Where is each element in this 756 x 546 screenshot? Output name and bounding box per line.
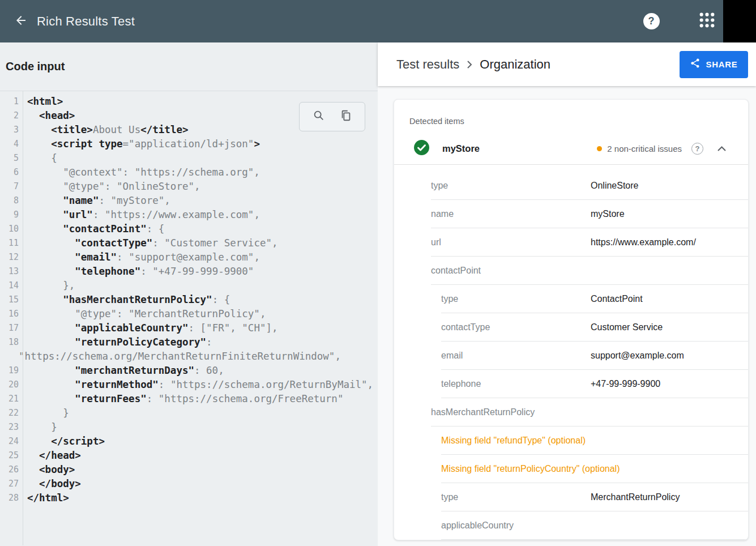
property-value: support@example.com [591,351,684,361]
share-button-label: SHARE [706,59,737,69]
code-line: 7 "@type": "OnlineStore", [0,180,378,194]
help-icon: ? [643,13,660,29]
warning-dot-icon [597,146,602,151]
line-number: 16 [0,307,23,321]
arrow-back-icon [14,14,28,29]
code-text: "contactType": "Customer Service", [23,236,278,250]
line-number: 2 [0,109,23,123]
code-text: <body> [23,463,75,477]
code-line: 16 "@type": "MerchantReturnPolicy", [0,307,378,321]
property-table: typeOnlineStorenamemyStoreurlhttps://www… [394,165,748,540]
line-number: 22 [0,406,23,420]
line-number: 8 [0,194,23,208]
code-text: </script> [23,434,105,449]
copy-icon [340,109,352,124]
code-input-header: Code input [0,42,378,91]
line-number: 18 [0,335,23,349]
property-value: OnlineStore [591,181,639,191]
line-number: 23 [0,420,23,434]
property-label: telephone [441,379,591,389]
code-line: 15 "hasMerchantReturnPolicy": { [0,293,378,307]
line-number: 28 [0,491,23,505]
property-value: Customer Service [591,322,663,332]
code-text: }, [23,279,75,293]
property-row: typeOnlineStore [431,172,748,200]
chevron-right-icon [467,59,472,70]
code-text: "applicableCountry": ["FR", "CH"], [23,321,278,335]
line-number: 15 [0,293,23,307]
share-button[interactable]: SHARE [680,51,748,78]
line-number: 17 [0,321,23,335]
detected-items-label: Detected items [409,117,748,126]
property-row: urlhttps://www.example.com/ [431,228,748,257]
property-row: namemyStore [431,200,748,228]
code-text: "email": "support@example.com", [23,250,260,265]
property-value: myStore [591,209,625,219]
back-button[interactable] [7,8,35,35]
app-title: Rich Results Test [37,14,135,29]
code-text: "https://schema.org/MerchantReturnFinite… [14,349,341,364]
line-number: 3 [0,123,23,137]
property-label: contactType [441,322,591,332]
copy-button[interactable] [339,110,353,123]
line-number: 5 [0,151,23,165]
line-number: 12 [0,250,23,265]
code-line: 11 "contactType": "Customer Service", [0,236,378,250]
item-name: myStore [442,143,480,154]
help-outline-icon[interactable]: ? [691,143,703,155]
line-number: 7 [0,180,23,194]
code-line: 5 { [0,151,378,165]
line-number: 6 [0,165,23,180]
property-value: https://www.example.com/ [591,237,696,248]
top-app-bar: Rich Results Test ? [0,0,756,42]
warning-row[interactable]: Missing field "refundType" (optional) [441,426,748,455]
code-line: 8 "name": "myStore", [0,194,378,208]
line-number: 13 [0,265,23,279]
property-label: name [431,209,591,219]
collapse-button[interactable] [715,142,728,155]
code-line: 18 "returnPolicyCategory": [0,335,378,349]
search-icon [313,109,325,124]
code-input-panel: Code input 1<html>2 <head>3 <title>About… [0,42,378,546]
detected-item-row[interactable]: myStore 2 non-critical issues ? [394,133,748,165]
code-line: 21 "returnFees": "https://schema.org/Fre… [0,392,378,406]
breadcrumb-test-results[interactable]: Test results [396,57,459,72]
code-line: 23 } [0,420,378,434]
code-text: <title>About Us</title> [23,123,189,137]
code-text: "@context": "https://schema.org", [23,165,260,180]
code-text: "returnFees": "https://schema.org/FreeRe… [23,392,343,406]
detected-items-card: Detected items myStore 2 non-critical is… [394,99,749,540]
warning-row[interactable]: Missing field "returnPolicyCountry" (opt… [441,455,748,483]
editor-toolbar [299,102,365,131]
line-number: 14 [0,279,23,293]
help-button[interactable]: ? [638,8,665,35]
line-number: 11 [0,236,23,250]
warning-text: Missing field "refundType" (optional) [441,436,586,446]
property-label: hasMerchantReturnPolicy [431,407,591,417]
breadcrumb-organization: Organization [480,57,550,72]
property-label: email [441,351,591,361]
property-label: url [431,237,591,248]
line-number: 21 [0,392,23,406]
property-row: typeContactPoint [441,285,748,313]
code-text: <html> [23,95,63,109]
code-text: </head> [23,449,81,463]
search-button[interactable] [312,110,326,123]
code-editor[interactable]: 1<html>2 <head>3 <title>About Us</title>… [0,91,378,545]
property-label: type [441,294,591,304]
code-line: 22 } [0,406,378,420]
property-row: applicableCountry [441,511,748,540]
code-line: 6 "@context": "https://schema.org", [0,165,378,180]
property-row: emailsupport@example.com [441,342,748,370]
profile-area[interactable] [723,0,756,42]
apps-grid-button[interactable] [693,8,720,35]
property-label: type [431,181,591,191]
code-input-title: Code input [6,60,65,73]
property-label: type [441,492,591,502]
property-row: hasMerchantReturnPolicy [431,398,748,426]
gutter-divider [23,91,23,545]
code-line: "https://schema.org/MerchantReturnFinite… [0,349,378,364]
line-number: 25 [0,449,23,463]
card-header: Detected items myStore 2 non-critical is… [394,100,748,165]
code-line: 9 "url": "https://www.example.com", [0,208,378,222]
